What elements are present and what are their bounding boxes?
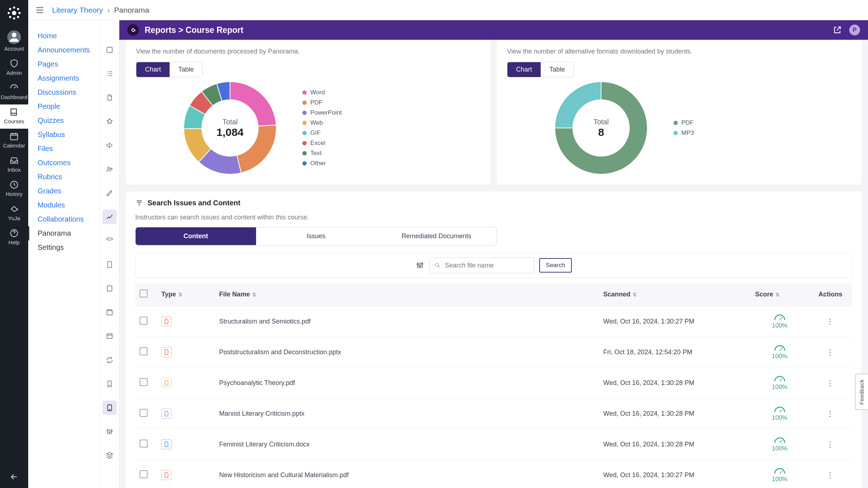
rail-window-icon[interactable]	[102, 329, 117, 343]
nav-yuja[interactable]: YuJa	[0, 201, 28, 226]
nav-account[interactable]: Account	[0, 27, 28, 56]
course-nav-home[interactable]: Home	[28, 29, 99, 43]
col-file[interactable]: File Name	[219, 291, 250, 298]
legend-dot-icon	[302, 100, 307, 105]
col-scanned[interactable]: Scanned	[603, 291, 630, 298]
course-nav-assignments[interactable]: Assignments	[28, 71, 99, 85]
nav-admin[interactable]: Admin	[0, 56, 28, 80]
user-badge[interactable]: P	[849, 25, 860, 35]
hamburger-icon[interactable]	[35, 5, 45, 15]
rail-refresh-icon[interactable]	[102, 353, 117, 367]
col-score[interactable]: Score	[755, 291, 773, 298]
nav-help[interactable]: Help	[0, 226, 28, 250]
rail-archive-icon[interactable]	[102, 305, 117, 320]
course-nav-discussions[interactable]: Discussions	[28, 85, 99, 99]
rail-stack-icon[interactable]	[102, 448, 117, 463]
nav-courses[interactable]: Courses	[0, 104, 28, 129]
rail-page-icon[interactable]	[102, 281, 117, 296]
file-name[interactable]: Marxist Literary Criticism.pptx	[215, 398, 599, 429]
course-nav-announcements[interactable]: Announcements	[28, 43, 99, 57]
course-nav-outcomes[interactable]: Outcomes	[28, 156, 99, 170]
processed-chart-tab[interactable]: Chart	[136, 62, 170, 77]
canvas-logo[interactable]	[5, 4, 23, 22]
course-nav-settings[interactable]: Settings	[28, 240, 99, 254]
legend-label: PDF	[310, 99, 323, 106]
rail-bookmark-icon[interactable]	[102, 377, 117, 391]
processed-table-tab[interactable]: Table	[170, 62, 203, 77]
rail-home-icon[interactable]	[102, 43, 117, 57]
sort-icon[interactable]: ⇅	[775, 292, 780, 297]
svg-point-0	[12, 11, 16, 15]
file-name[interactable]: New Historicism and Cultural Materialism…	[215, 460, 599, 488]
row-actions-menu[interactable]: ⋮	[809, 429, 852, 460]
sort-icon[interactable]: ⇅	[633, 292, 637, 297]
nav-label: Admin	[7, 70, 22, 76]
course-nav-pages[interactable]: Pages	[28, 57, 99, 71]
file-name[interactable]: Psychoanalytic Theory.pdf	[215, 368, 599, 398]
nav-inbox[interactable]: Inbox	[0, 153, 28, 177]
row-checkbox[interactable]	[140, 440, 148, 448]
row-checkbox[interactable]	[140, 378, 148, 386]
filter-settings-icon[interactable]	[416, 261, 424, 270]
search-section: Search Issues and Content Instructors ca…	[126, 192, 861, 488]
nav-calendar[interactable]: Calendar	[0, 129, 28, 153]
row-checkbox[interactable]	[140, 409, 148, 417]
course-nav-collaborations[interactable]: Collaborations	[28, 212, 99, 226]
gauge-icon	[9, 83, 19, 93]
row-checkbox[interactable]	[140, 470, 148, 478]
rail-chart-icon[interactable]	[102, 210, 117, 224]
sort-icon[interactable]: ⇅	[178, 292, 183, 297]
tab-remediated[interactable]: Remediated Documents	[376, 227, 497, 245]
course-nav-panorama[interactable]: Panorama	[28, 226, 99, 240]
file-type-icon	[161, 439, 171, 449]
course-nav-rubrics[interactable]: Rubrics	[28, 170, 99, 184]
feedback-tab[interactable]: Feedback	[855, 374, 868, 410]
rail-tablet-icon[interactable]	[102, 401, 117, 415]
sort-icon[interactable]: ⇅	[252, 292, 256, 297]
file-name[interactable]: Poststructuralism and Deconstruction.ppt…	[215, 337, 599, 368]
rail-edit-icon[interactable]	[102, 186, 117, 200]
file-name[interactable]: Feminist Literary Criticism.docx	[215, 429, 599, 460]
rail-users-icon[interactable]	[102, 162, 117, 176]
course-nav-files[interactable]: Files	[28, 142, 99, 156]
file-type-icon	[161, 470, 171, 480]
col-type[interactable]: Type	[161, 291, 176, 298]
downloads-chart-tab[interactable]: Chart	[507, 62, 541, 77]
course-nav-modules[interactable]: Modules	[28, 198, 99, 212]
select-all-checkbox[interactable]	[140, 290, 148, 297]
rail-layers-icon[interactable]	[102, 234, 117, 248]
nav-dashboard[interactable]: Dashboard	[0, 80, 28, 104]
row-actions-menu[interactable]: ⋮	[809, 337, 852, 368]
row-checkbox[interactable]	[140, 347, 148, 355]
course-nav-quizzes[interactable]: Quizzes	[28, 114, 99, 128]
open-external-icon[interactable]	[833, 25, 842, 35]
row-actions-menu[interactable]: ⋮	[809, 306, 852, 337]
rail-doc-icon[interactable]	[102, 257, 117, 272]
svg-point-3	[8, 12, 10, 14]
rail-star-icon[interactable]	[102, 114, 117, 129]
report-header-bar: Reports > Course Report P	[119, 20, 868, 40]
file-type-icon	[161, 408, 171, 419]
row-actions-menu[interactable]: ⋮	[809, 460, 852, 488]
nav-history[interactable]: History	[0, 177, 28, 201]
course-nav-people[interactable]: People	[28, 99, 99, 114]
file-name[interactable]: Structuralism and Semiotics.pdf	[215, 306, 599, 337]
tab-issues[interactable]: Issues	[256, 227, 376, 245]
search-input[interactable]	[429, 257, 534, 273]
rail-sliders-icon[interactable]	[102, 424, 117, 439]
row-actions-menu[interactable]: ⋮	[809, 398, 852, 429]
rail-list-icon[interactable]	[102, 67, 117, 81]
rail-export-icon[interactable]	[102, 90, 117, 105]
nav-label: Account	[4, 46, 24, 52]
course-nav-grades[interactable]: Grades	[28, 184, 99, 198]
row-checkbox[interactable]	[140, 317, 148, 325]
search-button[interactable]: Search	[539, 258, 572, 273]
rail-audio-icon[interactable]	[102, 138, 117, 153]
downloads-table-tab[interactable]: Table	[541, 62, 574, 77]
course-nav-syllabus[interactable]: Syllabus	[28, 128, 99, 142]
breadcrumb-course[interactable]: Literary Theory	[52, 6, 103, 14]
collapse-nav-icon[interactable]	[9, 472, 19, 481]
nav-label: History	[6, 191, 23, 197]
row-actions-menu[interactable]: ⋮	[809, 368, 852, 398]
tab-content[interactable]: Content	[136, 227, 256, 245]
